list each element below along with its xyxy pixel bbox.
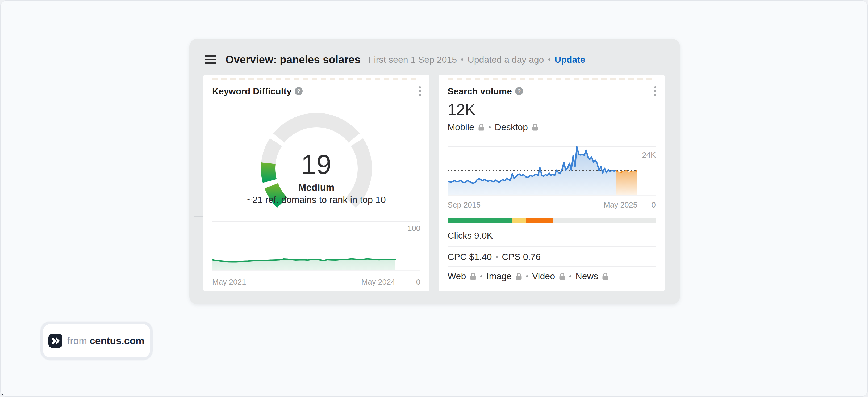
kebab-menu-icon[interactable] (653, 85, 658, 98)
kd-level: Medium (203, 182, 430, 193)
sv-card-title: Search volume (447, 86, 512, 96)
device-row: Mobile Desktop (447, 122, 538, 132)
attribution-badge[interactable]: from centus.com (43, 324, 150, 357)
help-icon[interactable]: ? (515, 87, 523, 95)
badge-brand: centus.com (90, 335, 145, 346)
sv-axis-max: 24K (642, 151, 656, 159)
drag-indicator-dashes (447, 78, 656, 80)
first-seen-label: First seen 1 Sep 2015 (369, 55, 457, 65)
overview-panel: Overview: paneles solares First seen 1 S… (189, 39, 680, 304)
update-link[interactable]: Update (555, 55, 585, 65)
lock-icon (478, 124, 485, 131)
lock-icon (559, 273, 565, 280)
updated-label: Updated a day ago (467, 55, 544, 65)
cpc-value: CPC $1.40 (447, 252, 492, 262)
kd-card-header: Keyword Difficulty ? (212, 85, 423, 98)
dot-separator (489, 126, 491, 128)
clicks-bar-segment-organic (447, 218, 512, 223)
kd-axis-max: 100 (408, 224, 421, 233)
clicks-value: Clicks 9.0K (447, 230, 493, 241)
desktop-label[interactable]: Desktop (495, 122, 528, 132)
cpc-cps-row: CPC $1.40 CPS 0.76 (447, 252, 540, 262)
sv-card-header: Search volume ? (447, 85, 658, 98)
web-label[interactable]: Web (447, 271, 466, 282)
dot-separator (569, 275, 571, 277)
kd-score: 19 (203, 149, 430, 180)
help-icon[interactable]: ? (294, 87, 303, 95)
panel-header: Overview: paneles solares First seen 1 S… (205, 53, 669, 66)
search-volume-card: Search volume ? 12K Mobile Desktop 24K S… (438, 75, 665, 291)
kd-axis-end-date: May 2024 (212, 278, 395, 287)
screenshot-corner-artifact (1, 394, 3, 397)
dot-separator (548, 59, 551, 61)
lock-icon (532, 124, 538, 131)
screenshot-frame: Overview: paneles solares First seen 1 S… (0, 0, 868, 397)
dot-separator (461, 59, 463, 61)
page-title: Overview: paneles solares (225, 54, 361, 66)
clicks-row: Clicks 9.0K (447, 230, 493, 241)
sv-axis-zero: 0 (652, 201, 656, 209)
dot-separator (480, 275, 483, 277)
badge-prefix: from (67, 335, 87, 346)
sv-axis-end-date: May 2025 (447, 201, 638, 209)
dot-separator (526, 275, 528, 277)
divider (447, 246, 656, 247)
kebab-menu-icon[interactable] (417, 85, 423, 98)
serp-types-row: Web Image Video News (447, 271, 609, 282)
header-meta: First seen 1 Sep 2015 Updated a day ago … (369, 55, 585, 65)
keyword-difficulty-card: Keyword Difficulty ? 19 Medium ~21 ref. … (203, 75, 430, 291)
lock-icon (516, 273, 522, 280)
clicks-bar-segment-no-click (526, 218, 553, 223)
cps-value: CPS 0.76 (502, 252, 540, 262)
clicks-bar-segment-paid (512, 218, 526, 223)
kd-hint: ~21 ref. domains to rank in top 10 (203, 195, 430, 205)
video-label[interactable]: Video (532, 271, 555, 282)
mobile-label[interactable]: Mobile (447, 122, 474, 132)
lock-icon (602, 273, 609, 280)
search-volume-value: 12K (447, 101, 475, 119)
centus-logo-icon (49, 334, 62, 348)
image-label[interactable]: Image (486, 271, 512, 282)
search-volume-chart (447, 146, 656, 196)
kd-card-title: Keyword Difficulty (212, 86, 291, 96)
divider (447, 266, 656, 267)
news-label[interactable]: News (576, 271, 598, 282)
menu-icon[interactable] (205, 54, 216, 65)
dot-separator (496, 256, 498, 258)
kd-history-chart (212, 221, 421, 270)
clicks-distribution-bar (447, 218, 656, 223)
badge-text: from centus.com (67, 335, 145, 346)
lock-icon (470, 273, 476, 280)
drag-indicator-dashes (212, 78, 421, 80)
kd-axis-zero: 0 (416, 278, 421, 287)
